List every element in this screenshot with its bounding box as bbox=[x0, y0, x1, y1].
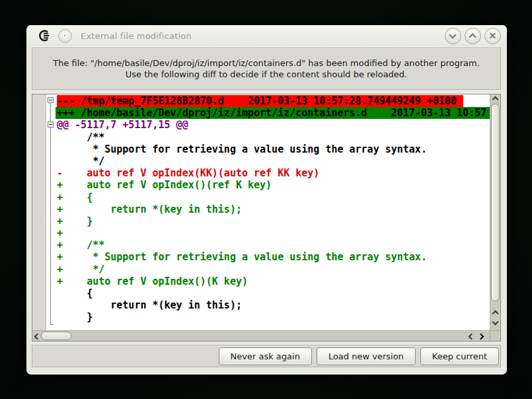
diff-line: + } bbox=[56, 215, 490, 227]
diff-line: + */ bbox=[56, 264, 490, 275]
message-line-2: Use the following diff to decide if the … bbox=[126, 69, 408, 80]
diff-panel: --- /tmp/temp_7F5E128B2870.d 2017-03-13 … bbox=[32, 94, 501, 342]
scrollbar-corner bbox=[490, 330, 500, 341]
scroll-up-icon[interactable] bbox=[492, 310, 499, 317]
fold-column bbox=[46, 94, 56, 330]
chevron-down-icon bbox=[449, 31, 456, 38]
minimize-button[interactable] bbox=[445, 28, 461, 44]
scroll-right-icon[interactable] bbox=[478, 334, 484, 340]
horizontal-scrollbar-row bbox=[32, 330, 500, 341]
message-panel: The file: "/home/basile/Dev/dproj/iz/imp… bbox=[32, 48, 501, 90]
fold-end-tick bbox=[50, 324, 54, 325]
diff-line: { bbox=[56, 287, 490, 299]
fold-connector-line bbox=[50, 103, 51, 325]
diff-line: + bbox=[56, 227, 490, 239]
editor-gutter bbox=[32, 94, 46, 330]
window-title: External file modification bbox=[81, 31, 192, 41]
diff-line: /** bbox=[56, 131, 490, 143]
diff-line: + auto ref V opIndex()(ref K key) bbox=[56, 179, 490, 191]
scroll-left-icon[interactable] bbox=[469, 334, 475, 340]
never-ask-again-button[interactable]: Never ask again bbox=[219, 347, 312, 365]
coedit-app-icon bbox=[38, 30, 52, 42]
diff-line: --- /tmp/temp_7F5E128B2870.d 2017-03-13 … bbox=[56, 95, 490, 107]
window-menu-button[interactable] bbox=[58, 29, 72, 43]
scroll-left-icon[interactable] bbox=[34, 334, 41, 340]
desktop-background: External file modification The file: "/h… bbox=[0, 0, 532, 399]
diff-line: */ bbox=[56, 155, 490, 167]
vertical-scrollbar-thumb[interactable] bbox=[491, 104, 500, 301]
diff-line: @@ -5117,7 +5117,15 @@ bbox=[56, 119, 490, 131]
scroll-down-icon[interactable] bbox=[492, 319, 499, 326]
diff-line: + auto ref V opIndex()(K key) bbox=[56, 275, 490, 287]
maximize-button[interactable] bbox=[465, 28, 481, 44]
message-line-1: The file: "/home/basile/Dev/dproj/iz/imp… bbox=[53, 57, 480, 69]
scroll-up-icon[interactable] bbox=[492, 96, 499, 103]
keep-current-button[interactable]: Keep current bbox=[420, 347, 499, 365]
diff-line: + { bbox=[56, 192, 490, 203]
diff-line: } bbox=[56, 311, 490, 323]
external-file-modification-dialog: External file modification The file: "/h… bbox=[26, 25, 507, 375]
diff-line: return *(key in this); bbox=[56, 299, 490, 311]
diff-line: +++ /home/basile/Dev/dproj/iz/import/iz/… bbox=[56, 107, 490, 119]
horizontal-scrollbar[interactable] bbox=[32, 330, 490, 341]
diff-text[interactable]: --- /tmp/temp_7F5E128B2870.d 2017-03-13 … bbox=[56, 94, 490, 330]
horizontal-scrollbar-thumb[interactable] bbox=[41, 332, 71, 340]
action-button-bar: Never ask again Load new version Keep cu… bbox=[32, 345, 501, 367]
diff-line: * Support for retrieving a value using t… bbox=[56, 143, 490, 155]
load-new-version-button[interactable]: Load new version bbox=[317, 347, 416, 365]
diff-line: - auto ref V opIndex(KK)(auto ref KK key… bbox=[56, 167, 490, 179]
diff-body: --- /tmp/temp_7F5E128B2870.d 2017-03-13 … bbox=[32, 94, 500, 330]
fold-collapse-icon[interactable] bbox=[48, 122, 54, 127]
vertical-scrollbar[interactable] bbox=[490, 94, 500, 330]
title-bar[interactable]: External file modification bbox=[26, 25, 507, 46]
chevron-up-icon bbox=[469, 33, 476, 40]
diff-line: + * Support for retrieving a value using… bbox=[56, 251, 490, 263]
close-button[interactable] bbox=[484, 28, 501, 44]
diff-line: + return *(key in this); bbox=[56, 203, 490, 215]
fold-collapse-icon[interactable] bbox=[48, 97, 54, 103]
diff-line: + /** bbox=[56, 239, 490, 251]
